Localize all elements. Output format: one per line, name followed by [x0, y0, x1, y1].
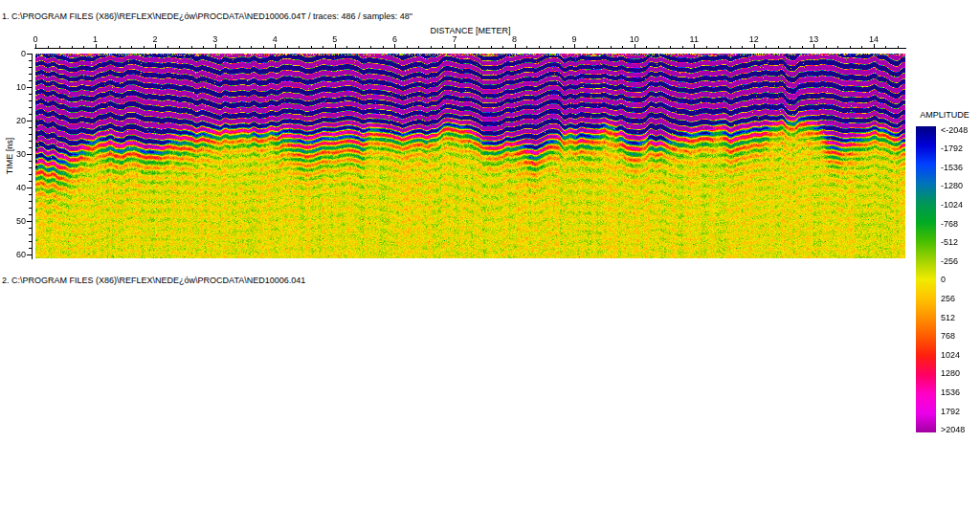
x-tick-label: 5 [323, 35, 346, 44]
x-minor-tick [742, 46, 743, 48]
y-minor-tick [29, 94, 32, 95]
x-major-tick [335, 44, 336, 48]
x-minor-tick [826, 46, 827, 48]
x-major-tick [874, 44, 875, 48]
y-minor-tick [29, 80, 32, 81]
y-tick-label: 0 [4, 50, 26, 58]
y-minor-tick [29, 100, 32, 101]
x-minor-tick [203, 46, 204, 48]
x-tick-label: 7 [443, 35, 466, 44]
x-minor-tick [526, 46, 527, 48]
legend-value: -1024 [941, 201, 980, 210]
x-minor-tick [479, 46, 479, 48]
x-minor-tick [131, 46, 132, 48]
x-minor-tick [191, 46, 192, 48]
legend-value: -1280 [941, 182, 980, 190]
x-tick-label: 1 [84, 35, 107, 44]
x-minor-tick [48, 46, 49, 48]
y-minor-tick [29, 141, 32, 142]
x-minor-tick [837, 46, 838, 48]
x-tick-label: 4 [263, 35, 286, 44]
x-minor-tick [383, 46, 384, 48]
x-minor-tick [227, 46, 228, 48]
y-major-tick [27, 87, 32, 88]
legend-value: -1536 [941, 164, 980, 172]
legend-value: 768 [941, 332, 980, 341]
y-minor-tick [29, 167, 32, 168]
x-minor-tick [442, 46, 443, 48]
x-minor-tick [83, 46, 84, 48]
legend-value: 1024 [941, 351, 980, 360]
x-tick-label: 9 [563, 35, 586, 44]
legend-value: -1792 [941, 144, 980, 153]
legend-value: 256 [941, 295, 980, 303]
x-minor-tick [72, 46, 73, 48]
x-minor-tick [766, 46, 767, 48]
x-minor-tick [539, 46, 540, 48]
x-minor-tick [299, 46, 300, 48]
x-minor-tick [850, 46, 851, 48]
y-minor-tick [29, 161, 32, 162]
x-minor-tick [502, 46, 503, 48]
y-minor-tick [29, 74, 32, 75]
legend-value: 512 [941, 314, 980, 322]
x-major-tick [754, 44, 755, 48]
y-minor-tick [29, 107, 32, 108]
x-minor-tick [563, 46, 564, 48]
x-minor-tick [251, 46, 252, 48]
x-tick-label: 10 [623, 35, 646, 44]
x-minor-tick [658, 46, 659, 48]
x-tick-label: 0 [24, 35, 47, 44]
x-minor-tick [706, 46, 707, 48]
x-minor-tick [144, 46, 145, 48]
x-tick-label: 12 [743, 35, 766, 44]
x-minor-tick [550, 46, 551, 48]
x-minor-tick [646, 46, 647, 48]
x-minor-tick [622, 46, 623, 48]
x-minor-tick [239, 46, 240, 48]
y-major-tick [27, 254, 32, 255]
x-minor-tick [491, 46, 492, 48]
y-major-tick [27, 121, 32, 122]
x-major-tick [394, 44, 395, 48]
x-minor-tick [370, 46, 371, 48]
x-major-tick [694, 44, 695, 48]
x-major-tick [215, 44, 216, 48]
x-tick-label: 14 [862, 35, 885, 44]
generated-axis-elements: 012345678910111213140102030405060<-2048-… [0, 0, 980, 531]
x-tick-label: 2 [144, 35, 167, 44]
y-minor-tick [29, 67, 32, 68]
y-minor-tick [29, 60, 32, 61]
x-major-tick [455, 44, 456, 48]
legend-value: -256 [941, 257, 980, 266]
y-minor-tick [29, 194, 32, 195]
x-minor-tick [790, 46, 791, 48]
y-minor-tick [29, 181, 32, 182]
y-tick-label: 20 [4, 117, 26, 125]
legend-value: <-2048 [941, 126, 980, 135]
y-tick-label: 60 [4, 251, 26, 259]
x-minor-tick [730, 46, 731, 48]
x-major-tick [35, 44, 36, 48]
x-major-tick [96, 44, 97, 48]
x-minor-tick [263, 46, 264, 48]
x-minor-tick [802, 46, 803, 48]
reflexw-window: 1. C:\PROGRAM FILES (X86)\REFLEX\NEDE¿ów… [0, 0, 980, 531]
x-tick-label: 8 [503, 35, 526, 44]
legend-value: -512 [941, 238, 980, 247]
legend-value: -768 [941, 220, 980, 229]
y-minor-tick [29, 134, 32, 135]
legend-value: 1280 [941, 369, 980, 378]
y-minor-tick [29, 228, 32, 229]
y-tick-label: 30 [4, 150, 26, 159]
x-minor-tick [59, 46, 60, 48]
x-major-tick [635, 44, 635, 48]
x-minor-tick [598, 46, 599, 48]
y-minor-tick [29, 114, 32, 115]
x-minor-tick [885, 46, 886, 48]
y-minor-tick [29, 201, 32, 202]
y-minor-tick [29, 174, 32, 175]
x-tick-label: 11 [682, 35, 705, 44]
x-minor-tick [670, 46, 671, 48]
y-major-tick [27, 154, 32, 155]
